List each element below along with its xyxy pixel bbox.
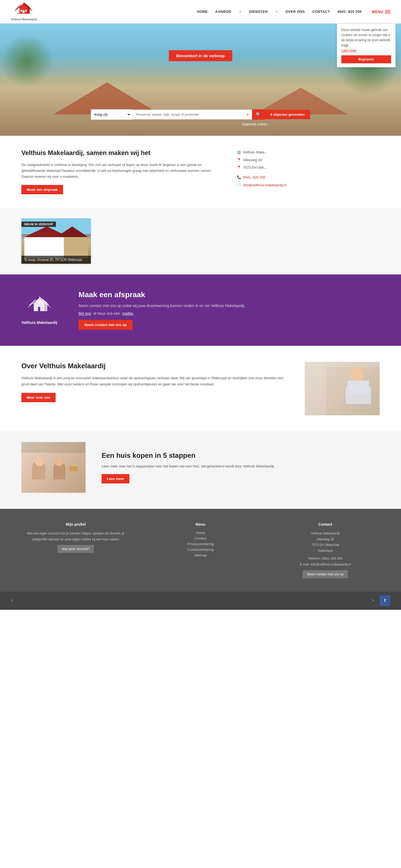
contact-address2-row: 📍 7573 EH Oldi... — [237, 164, 380, 171]
location-icon: 📍 — [237, 158, 241, 162]
logo-text: Velthuis Makelaardij — [11, 18, 37, 21]
purple-call-link[interactable]: Bel ons — [79, 311, 91, 316]
hamburger-icon — [385, 10, 390, 13]
stappen-image — [21, 442, 86, 493]
svg-rect-7 — [21, 10, 22, 12]
stappen-content: Een huis kopen in 5 stappen Lees meer ov… — [101, 452, 380, 484]
footer-profile-text: Met een eigen account kun je panden volg… — [21, 531, 130, 542]
about-section: Velthuis Makelaardij, samen maken wij he… — [0, 136, 401, 208]
footer-contact-title: Contact — [271, 522, 380, 526]
contact-info: 🏢 Velthuis Make... 📍 Alleeweg 30 📍 7573 … — [237, 149, 380, 188]
hero-top-btn[interactable]: Binnenkort in de verkoop — [169, 50, 232, 61]
about-title: Velthuis Makelaardij, samen maken wij he… — [21, 149, 221, 157]
footer-account-btn[interactable]: Nog geen account? — [58, 545, 94, 553]
contact-address1-row: 📍 Alleeweg 30 — [237, 157, 380, 163]
purple-cta-text: Neem contact met ons op zodat wij jouw d… — [79, 303, 380, 309]
advanced-search-link[interactable]: Uitgebreid zoeken — [241, 122, 267, 126]
search-type-select[interactable]: Koop (4) Huur Nieuwbouw — [91, 110, 131, 120]
stappen-section: Een huis kopen in 5 stappen Lees meer ov… — [0, 431, 401, 509]
footer-profile-title: Mijn profiel — [21, 522, 130, 526]
nav-links: HOME AANBOD ▼ DIENSTEN ▼ OVER ONS CONTAC… — [197, 10, 390, 14]
facebook-btn[interactable]: f — [380, 595, 390, 606]
footer-link-home[interactable]: Home — [146, 531, 255, 535]
footer-link-sitemap[interactable]: Sitemap — [146, 553, 255, 557]
search-icon-btn[interactable]: 🔍 — [252, 109, 265, 120]
contact-phone-link[interactable]: 0541- 820 250 — [243, 174, 266, 181]
purple-logo-text: Velthuis Makelaardij — [21, 320, 57, 325]
listing-badge: NIEUW IN VERKOOP — [21, 221, 56, 227]
over-text: Velthuis Makelaardij is een jong en inno… — [21, 375, 289, 388]
footer-link-cookie[interactable]: Cookieverklaring — [146, 548, 255, 552]
bottom-bar: < > f — [0, 592, 401, 610]
footer-col-contact: Contact Velthuis Makelaardij Alleeweg 30… — [271, 522, 380, 578]
cookie-learn-more[interactable]: Lees meer — [341, 49, 357, 52]
footer: Mijn profiel Met een eigen account kun j… — [0, 509, 401, 592]
stappen-lees-meer-btn[interactable]: Lees meer — [101, 474, 129, 484]
purple-email-link[interactable]: mailtje. — [122, 311, 134, 316]
cookie-text: Deze website maakt gebruik van cookies o… — [341, 28, 391, 48]
footer-link-privacy[interactable]: Privacyverklaring — [146, 542, 255, 546]
purple-cta-title: Maak een afspraak — [79, 290, 380, 299]
location2-icon: 📍 — [237, 166, 241, 170]
over-left: Over Velthuis Makelaardij Velthuis Makel… — [21, 362, 289, 402]
nav-aanbod[interactable]: AANBOD — [215, 10, 231, 13]
purple-content: Maak een afspraak Neem contact met ons o… — [79, 290, 380, 330]
logo[interactable]: Velthuis Makelaardij — [11, 2, 37, 21]
listings-section: NIEUW IN VERKOOP Te koop: Oostwal 25, 75… — [0, 208, 401, 275]
cookie-ok-btn[interactable]: Begrepen! — [341, 55, 391, 63]
listing-caption: Te koop: Oostwal 25, 7571CR Oldenzaal — [21, 256, 91, 264]
nav-diensten[interactable]: DIENSTEN — [249, 10, 268, 13]
search-results-btn[interactable]: 4 objecten gevonden — [265, 110, 310, 119]
stappen-text: Lees meer over het 5-stappenplan voor he… — [101, 463, 380, 469]
over-image — [305, 362, 380, 415]
next-arrow[interactable]: > — [371, 598, 374, 603]
footer-contact-details: Velthuis Makelaardij Alleeweg 30 7573 EH… — [271, 531, 380, 568]
phone-icon: 📞 — [237, 176, 241, 179]
logo-icon — [13, 2, 34, 18]
cookie-banner: Deze website maakt gebruik van cookies o… — [337, 24, 396, 67]
about-text: De vastgoedmarkt is continue in beweging… — [21, 162, 221, 180]
nav-home[interactable]: HOME — [197, 10, 208, 13]
nav-menu-btn[interactable]: MENU — [372, 10, 390, 14]
nav-over-ons[interactable]: OVER ONS — [285, 10, 305, 13]
footer-contact-btn[interactable]: Neem contact met ons op — [303, 570, 348, 578]
nav-phone: 0541- 820 250 — [337, 10, 362, 13]
purple-logo: Velthuis Makelaardij — [21, 296, 57, 325]
navbar: Velthuis Makelaardij HOME AANBOD ▼ DIENS… — [0, 0, 401, 24]
over-section: Over Velthuis Makelaardij Velthuis Makel… — [0, 346, 401, 431]
email-icon: ✉️ — [237, 183, 241, 187]
contact-email-row: ✉️ info@velthuis-makelaardij.nl — [237, 182, 380, 189]
search-icon: 🔍 — [256, 112, 261, 117]
footer-col-menu: Menu Home Contact Privacyverklaring Cook… — [146, 522, 255, 578]
svg-rect-8 — [25, 10, 27, 12]
building-icon: 🏢 — [237, 151, 241, 154]
nav-contact[interactable]: CONTACT — [312, 10, 330, 13]
bottom-right-nav: > f — [371, 595, 390, 606]
about-left: Velthuis Makelaardij, samen maken wij he… — [21, 149, 221, 194]
make-appointment-btn[interactable]: Maak een afspraak — [21, 185, 63, 194]
listing-card[interactable]: NIEUW IN VERKOOP Te koop: Oostwal 25, 75… — [21, 218, 91, 264]
bottom-nav: < — [11, 598, 13, 603]
footer-menu-title: Menu — [146, 522, 255, 526]
over-title: Over Velthuis Makelaardij — [21, 362, 289, 370]
about-right: 🏢 Velthuis Make... 📍 Alleeweg 30 📍 7573 … — [237, 149, 380, 189]
footer-col-profile: Mijn profiel Met een eigen account kun j… — [21, 522, 130, 578]
meer-over-ons-btn[interactable]: Meer over ons — [21, 393, 56, 402]
search-bar: Koop (4) Huur Nieuwbouw ▼ 🔍 4 objecten g… — [91, 109, 310, 120]
footer-link-contact[interactable]: Contact — [146, 536, 255, 540]
contact-name-row: 🏢 Velthuis Make... — [237, 149, 380, 156]
contact-email-link[interactable]: info@velthuis-makelaardij.nl — [243, 182, 286, 189]
purple-cta-section: Velthuis Makelaardij Maak een afspraak N… — [0, 275, 401, 346]
svg-line-5 — [15, 7, 19, 11]
purple-cta-links: Bel ons of stuur ons een mailtje. — [79, 311, 380, 316]
stappen-title: Een huis kopen in 5 stappen — [101, 452, 380, 460]
purple-logo-icon — [26, 296, 53, 317]
contact-phone-row: 📞 0541- 820 250 — [237, 174, 380, 181]
purple-contact-btn[interactable]: Neem contact met ons op — [79, 320, 132, 330]
search-dropdown-arrow[interactable]: ▼ — [244, 113, 252, 117]
prev-arrow[interactable]: < — [11, 598, 13, 603]
svg-line-16 — [28, 303, 33, 308]
search-location-input[interactable] — [132, 110, 244, 119]
